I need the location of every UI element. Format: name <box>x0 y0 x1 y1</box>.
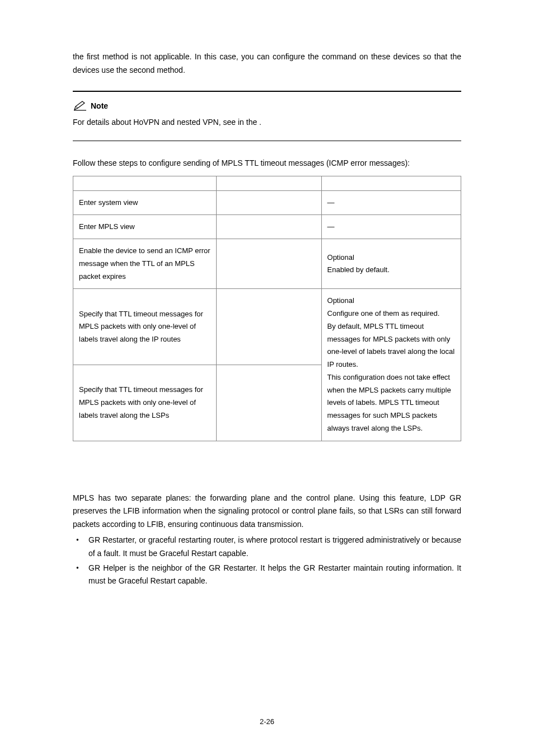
table-header-todo <box>73 176 217 190</box>
table-cell <box>217 215 321 239</box>
table-cell <box>217 239 321 289</box>
note-body-prefix: For details about HoVPN and nested VPN, … <box>73 118 238 127</box>
note-body-suffix: in the <box>238 118 259 127</box>
intro-paragraph: the first method is not applicable. In t… <box>73 50 461 77</box>
table-cell: — <box>321 190 461 214</box>
note-body-end: . <box>259 118 261 127</box>
table-cell-merged-remarks: Optional Configure one of them as requir… <box>321 289 461 441</box>
table-header-command <box>217 176 321 190</box>
table-cell <box>217 190 321 214</box>
table-header-row <box>73 176 461 190</box>
table-cell: Enter MPLS view <box>73 215 217 239</box>
steps-intro: Follow these steps to configure sending … <box>73 157 461 170</box>
table-cell <box>217 289 321 365</box>
section2-paragraph: MPLS has two separate planes: the forwar… <box>73 492 461 531</box>
config-table: Enter system view — Enter MPLS view — En… <box>73 176 461 441</box>
table-cell: Specify that TTL timeout messages for MP… <box>73 289 217 365</box>
table-cell: Enable the device to send an ICMP error … <box>73 239 217 289</box>
table-cell: Specify that TTL timeout messages for MP… <box>73 365 217 441</box>
table-row: Specify that TTL timeout messages for MP… <box>73 289 461 365</box>
table-cell: — <box>321 215 461 239</box>
note-label: Note <box>91 100 108 113</box>
table-row: Enter system view — <box>73 190 461 214</box>
pencil-note-icon <box>73 100 87 111</box>
table-row: Enable the device to send an ICMP error … <box>73 239 461 289</box>
table-cell <box>217 365 321 441</box>
table-cell: Optional Enabled by default. <box>321 239 461 289</box>
page-number: 2-26 <box>0 716 534 728</box>
table-row: Enter MPLS view — <box>73 215 461 239</box>
list-item: GR Restarter, or graceful restarting rou… <box>73 534 461 561</box>
bullet-list: GR Restarter, or graceful restarting rou… <box>73 534 461 588</box>
list-item: GR Helper is the neighbor of the GR Rest… <box>73 562 461 589</box>
note-block: Note For details about HoVPN and nested … <box>73 91 461 142</box>
note-header: Note <box>73 100 461 113</box>
table-header-remarks <box>321 176 461 190</box>
note-body: For details about HoVPN and nested VPN, … <box>73 116 461 129</box>
table-cell: Enter system view <box>73 190 217 214</box>
